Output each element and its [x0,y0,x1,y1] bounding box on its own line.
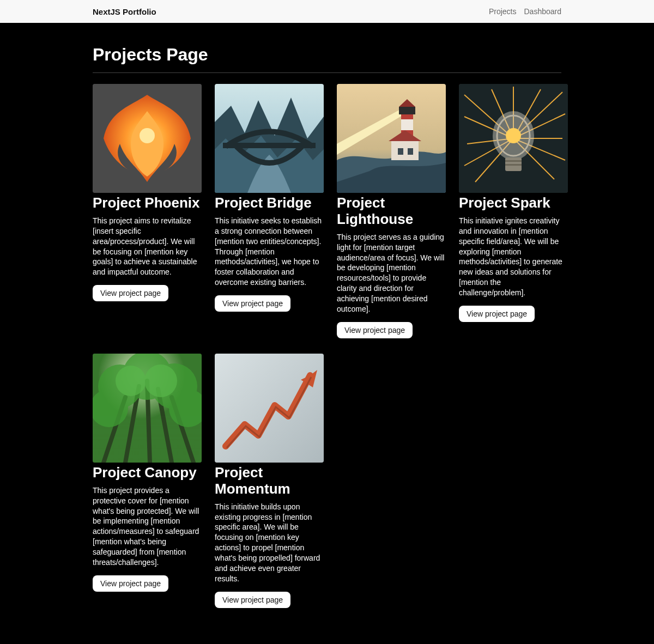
projects-grid: Project Phoenix This project aims to rev… [93,84,561,608]
svg-rect-3 [223,143,316,148]
project-description: This initiative seeks to establish a str… [215,216,324,288]
svg-point-1 [140,128,155,143]
header-bar: NextJS Portfolio Projects Dashboard [0,0,654,23]
project-description: This project serves as a guiding light f… [337,232,446,314]
project-thumbnail [93,354,202,463]
view-project-button[interactable]: View project page [337,322,413,338]
project-thumbnail [337,84,446,193]
nav-link-projects[interactable]: Projects [489,7,517,16]
project-thumbnail [459,84,568,193]
project-description: This project provides a protective cover… [93,485,202,568]
svg-rect-7 [401,114,413,119]
main-content: Projects Page Project Phoenix Thi [0,23,654,644]
project-card: Project Spark This initiative ignites cr… [459,84,568,338]
svg-point-47 [116,366,146,396]
project-card: Project Phoenix This project aims to rev… [93,84,202,338]
canopy-icon [93,354,202,463]
svg-point-34 [506,128,521,143]
project-thumbnail [93,84,202,193]
project-thumbnail [215,354,324,463]
svg-rect-11 [391,141,419,160]
nav-link-dashboard[interactable]: Dashboard [524,7,562,16]
phoenix-icon [93,84,202,193]
project-description: This initiative builds upon existing pro… [215,502,324,584]
spark-icon [459,84,568,193]
svg-rect-49 [215,354,324,463]
project-title: Project Lighthouse [337,195,446,228]
svg-rect-33 [505,164,522,166]
project-card: Project Bridge This initiative seeks to … [215,84,324,338]
view-project-button[interactable]: View project page [93,285,168,301]
nav-links: Projects Dashboard [489,7,561,16]
view-project-button[interactable]: View project page [215,295,290,312]
project-card: Project Momentum This initiative builds … [215,354,324,608]
project-title: Project Momentum [215,465,324,497]
lighthouse-icon [337,84,446,193]
view-project-button[interactable]: View project page [215,592,290,608]
title-divider [93,72,561,73]
bridge-icon [215,84,324,193]
brand-title[interactable]: NextJS Portfolio [93,7,156,16]
view-project-button[interactable]: View project page [459,306,535,322]
svg-rect-32 [505,160,522,162]
project-description: This initiative ignites creativity and i… [459,216,568,298]
view-project-button[interactable]: View project page [93,575,168,592]
project-description: This project aims to revitalize [insert … [93,216,202,277]
page-title: Projects Page [93,45,561,65]
svg-rect-14 [408,148,413,155]
project-title: Project Spark [459,195,550,211]
project-title: Project Phoenix [93,195,200,211]
momentum-icon [215,354,324,463]
project-card: Project Lighthouse This project serves a… [337,84,446,338]
project-title: Project Bridge [215,195,312,211]
svg-point-48 [144,364,177,397]
project-title: Project Canopy [93,465,197,481]
project-thumbnail [215,84,324,193]
svg-rect-13 [398,148,403,155]
project-card: Project Canopy This project provides a p… [93,354,202,608]
svg-rect-9 [399,107,415,114]
